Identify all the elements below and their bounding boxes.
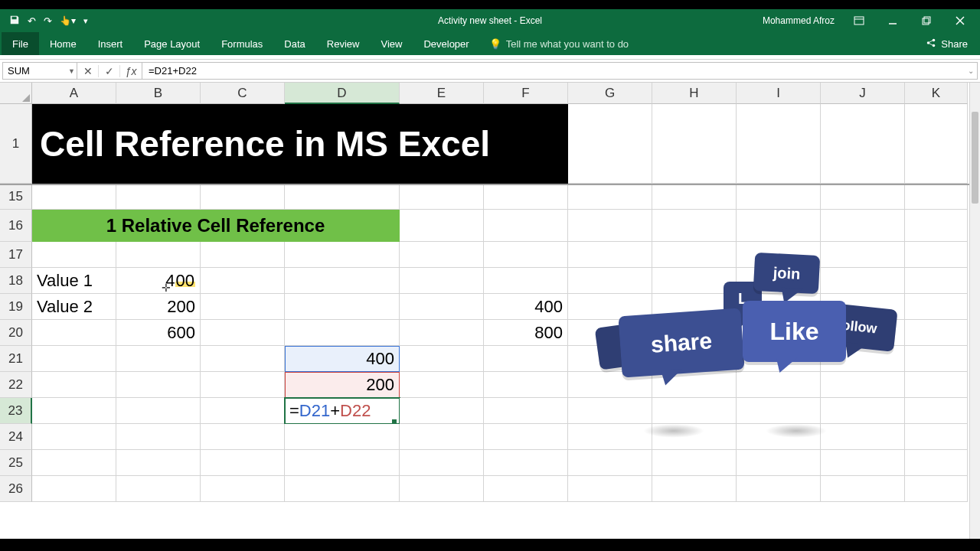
col-header-A[interactable]: A bbox=[32, 83, 116, 104]
cell-I15[interactable] bbox=[737, 184, 821, 210]
col-header-D[interactable]: D bbox=[285, 83, 400, 104]
cell-G15[interactable] bbox=[568, 184, 652, 210]
vertical-scrollbar[interactable] bbox=[969, 83, 980, 539]
cell-C19[interactable] bbox=[201, 294, 285, 320]
cell-J15[interactable] bbox=[821, 184, 905, 210]
col-header-F[interactable]: F bbox=[484, 83, 568, 104]
row-header-1[interactable]: 1 bbox=[0, 104, 32, 184]
cell-E16[interactable] bbox=[400, 210, 484, 242]
cell-D25[interactable] bbox=[285, 450, 400, 476]
ribbon-display-icon[interactable] bbox=[844, 9, 874, 32]
cell-D26[interactable] bbox=[285, 476, 400, 502]
select-all-corner[interactable] bbox=[0, 83, 32, 104]
cell-B21[interactable] bbox=[116, 346, 201, 372]
row-header-23[interactable]: 23 bbox=[0, 398, 32, 424]
col-header-J[interactable]: J bbox=[821, 83, 905, 104]
cell-J1[interactable] bbox=[821, 104, 905, 184]
cell-E18[interactable] bbox=[400, 268, 484, 294]
minimize-icon[interactable] bbox=[877, 9, 908, 32]
row-header-26[interactable]: 26 bbox=[0, 476, 32, 502]
cell-B15[interactable] bbox=[116, 184, 201, 210]
cell-A19[interactable]: Value 2 bbox=[32, 294, 116, 320]
row-header-22[interactable]: 22 bbox=[0, 372, 32, 398]
cell-K20[interactable] bbox=[905, 320, 968, 346]
qat-customize-icon[interactable]: ▾ bbox=[83, 16, 88, 26]
cell-B26[interactable] bbox=[116, 476, 201, 502]
redo-icon[interactable]: ↷ bbox=[44, 15, 52, 27]
row-header-24[interactable]: 24 bbox=[0, 424, 32, 450]
cell-title[interactable]: Cell Reference in MS Excel bbox=[32, 104, 568, 184]
cell-A20[interactable] bbox=[32, 320, 116, 346]
row-header-17[interactable]: 17 bbox=[0, 242, 32, 268]
cell-A26[interactable] bbox=[32, 476, 116, 502]
tab-data[interactable]: Data bbox=[273, 32, 315, 55]
tab-formulas[interactable]: Formulas bbox=[211, 32, 273, 55]
cell-C24[interactable] bbox=[201, 424, 285, 450]
cell-F23[interactable] bbox=[484, 398, 568, 424]
tab-review[interactable]: Review bbox=[316, 32, 371, 55]
cell-F19[interactable]: 400 bbox=[484, 294, 568, 320]
cell-K1[interactable] bbox=[905, 104, 968, 184]
cell-E22[interactable] bbox=[400, 372, 484, 398]
cell-B24[interactable] bbox=[116, 424, 201, 450]
cell-A23[interactable] bbox=[32, 398, 116, 424]
cell-K26[interactable] bbox=[905, 476, 968, 502]
tab-page-layout[interactable]: Page Layout bbox=[133, 32, 211, 55]
col-header-G[interactable]: G bbox=[568, 83, 652, 104]
cell-A25[interactable] bbox=[32, 450, 116, 476]
col-header-E[interactable]: E bbox=[400, 83, 484, 104]
cell-D15[interactable] bbox=[285, 184, 400, 210]
save-icon[interactable] bbox=[9, 15, 20, 28]
cell-F15[interactable] bbox=[484, 184, 568, 210]
cell-B25[interactable] bbox=[116, 450, 201, 476]
cell-E26[interactable] bbox=[400, 476, 484, 502]
cell-F25[interactable] bbox=[484, 450, 568, 476]
cell-H15[interactable] bbox=[652, 184, 737, 210]
cell-C17[interactable] bbox=[201, 242, 285, 268]
tab-developer[interactable]: Developer bbox=[413, 32, 479, 55]
tab-view[interactable]: View bbox=[370, 32, 413, 55]
cell-E21[interactable] bbox=[400, 346, 484, 372]
row-header-15[interactable]: 15 bbox=[0, 184, 32, 210]
touch-mode-icon[interactable]: 👆▾ bbox=[60, 15, 76, 26]
cell-C25[interactable] bbox=[201, 450, 285, 476]
tab-insert[interactable]: Insert bbox=[87, 32, 134, 55]
col-header-C[interactable]: C bbox=[201, 83, 285, 104]
cell-I1[interactable] bbox=[737, 104, 821, 184]
cell-F18[interactable] bbox=[484, 268, 568, 294]
fill-handle[interactable] bbox=[392, 419, 397, 424]
row-header-21[interactable]: 21 bbox=[0, 346, 32, 372]
cell-B23[interactable] bbox=[116, 398, 201, 424]
cell-H16[interactable] bbox=[652, 210, 737, 242]
cell-K19[interactable] bbox=[905, 294, 968, 320]
cell-A21[interactable] bbox=[32, 346, 116, 372]
cell-A17[interactable] bbox=[32, 242, 116, 268]
cell-F17[interactable] bbox=[484, 242, 568, 268]
cell-H1[interactable] bbox=[652, 104, 737, 184]
row-header-25[interactable]: 25 bbox=[0, 450, 32, 476]
scrollbar-thumb[interactable] bbox=[972, 112, 978, 204]
cell-B19[interactable]: 200 bbox=[116, 294, 201, 320]
cell-K24[interactable] bbox=[905, 424, 968, 450]
cell-A24[interactable] bbox=[32, 424, 116, 450]
row-header-19[interactable]: 19 bbox=[0, 294, 32, 320]
cell-D22[interactable]: 200 bbox=[285, 372, 400, 398]
cell-F24[interactable] bbox=[484, 424, 568, 450]
cell-K15[interactable] bbox=[905, 184, 968, 210]
cell-E25[interactable] bbox=[400, 450, 484, 476]
enter-formula-icon[interactable]: ✓ bbox=[99, 65, 120, 77]
cell-E15[interactable] bbox=[400, 184, 484, 210]
cell-I25[interactable] bbox=[737, 450, 821, 476]
undo-icon[interactable]: ↶ bbox=[28, 15, 36, 27]
cell-G1[interactable] bbox=[568, 104, 652, 184]
cell-B18[interactable]: 400✛ bbox=[116, 268, 201, 294]
cell-G26[interactable] bbox=[568, 476, 652, 502]
cell-A22[interactable] bbox=[32, 372, 116, 398]
cell-C18[interactable] bbox=[201, 268, 285, 294]
cell-K17[interactable] bbox=[905, 242, 968, 268]
cell-J25[interactable] bbox=[821, 450, 905, 476]
cell-F22[interactable] bbox=[484, 372, 568, 398]
cell-F21[interactable] bbox=[484, 346, 568, 372]
cell-E20[interactable] bbox=[400, 320, 484, 346]
cell-K25[interactable] bbox=[905, 450, 968, 476]
